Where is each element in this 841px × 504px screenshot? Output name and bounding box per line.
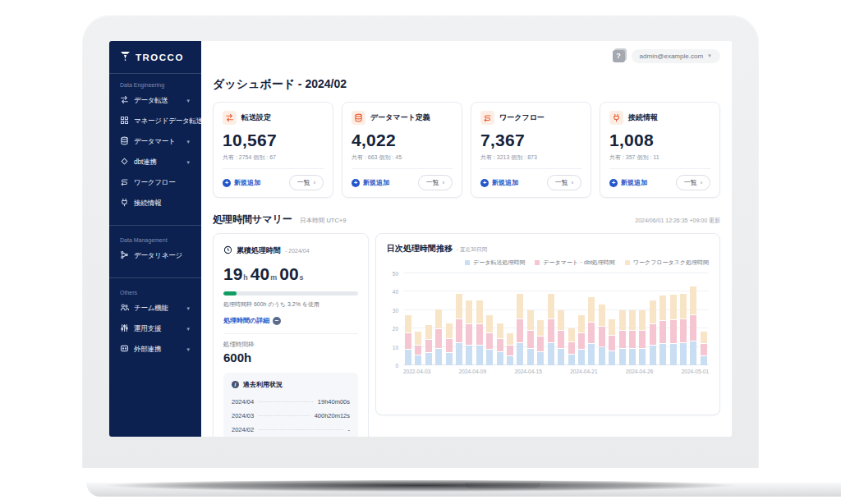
sidebar-item-label: 接続情報	[134, 199, 161, 208]
stacked-bar[interactable]	[405, 315, 411, 365]
add-new-button[interactable]: + 新規追加	[609, 178, 647, 187]
daily-chart-card: 日次処理時間推移 - 直近30日間 データ転送処理時間データマート・dbt処理時…	[375, 233, 720, 415]
summary-title: 処理時間サマリー	[213, 213, 292, 225]
account-menu[interactable]: admin@example.com ▼	[632, 49, 720, 63]
sidebar-item[interactable]: 外部連携▼	[109, 339, 201, 360]
add-new-label: 新規追加	[492, 178, 518, 187]
stacked-bar[interactable]	[415, 332, 421, 365]
list-label: 一覧	[684, 178, 697, 187]
sidebar-item[interactable]: ワークフロー	[109, 172, 201, 193]
sidebar-item[interactable]: データ転送▼	[109, 90, 201, 111]
sidebar-item-label: 外部連携	[134, 345, 161, 355]
history-row: 2024/04 19h40m00s	[232, 395, 350, 409]
stacked-bar[interactable]	[599, 305, 605, 365]
history-period: 2024/03	[232, 412, 254, 419]
stat-card: 接続情報 1,008 共有 : 357 個別 : 11 + 新規追加 一覧 ›	[600, 102, 720, 198]
add-new-button[interactable]: + 新規追加	[352, 178, 389, 187]
stacked-bar[interactable]	[680, 294, 687, 365]
datamart-icon	[120, 136, 129, 147]
x-axis-tick: 2024-04-15	[515, 369, 542, 374]
stacked-bar[interactable]	[537, 320, 544, 365]
list-button[interactable]: 一覧 ›	[418, 175, 453, 190]
stacked-bar[interactable]	[609, 319, 615, 365]
stacked-bar[interactable]	[456, 294, 462, 365]
team-icon	[120, 303, 129, 314]
sidebar-item[interactable]: dbt連携▼	[109, 152, 201, 172]
chevron-down-icon: ▼	[186, 140, 191, 144]
stacked-bar[interactable]	[588, 297, 595, 365]
chevron-right-icon: ›	[314, 180, 315, 186]
history-period: 2024/04	[232, 398, 254, 405]
list-button[interactable]: 一覧 ›	[289, 175, 324, 190]
sidebar-item[interactable]: データマート▼	[109, 131, 201, 152]
processing-time-details-link[interactable]: 処理時間の詳細 −	[223, 316, 358, 325]
sidebar-item[interactable]: 運用支援▼	[109, 318, 201, 339]
y-axis-tick: 0	[395, 363, 398, 369]
clock-icon	[223, 243, 232, 258]
workflow-icon	[120, 177, 129, 188]
stacked-bar[interactable]	[435, 309, 442, 365]
stacked-bar[interactable]	[497, 323, 503, 365]
sidebar-item-label: dbt連携	[134, 158, 157, 167]
dashboard-content: ダッシュボード - 2024/02 転送設定 10,567 共有 : 2754 …	[201, 71, 732, 437]
x-axis-tick: 2024-04-09	[459, 369, 486, 374]
stacked-bar[interactable]	[517, 294, 523, 365]
laptop-shadow	[15, 480, 826, 495]
stat-card-breakdown: 共有 : 3213 個別 : 873	[480, 153, 581, 162]
stat-card-label: データマート定義	[370, 112, 430, 123]
main-area: ? admin@example.com ▼ ダッシュボード - 2024/02 …	[201, 41, 732, 437]
sidebar-section: Data Managementデータリネージ	[109, 225, 201, 271]
add-new-button[interactable]: + 新規追加	[223, 178, 260, 187]
sidebar-item[interactable]: データリネージ	[109, 245, 201, 266]
plus-icon: +	[480, 179, 489, 187]
sidebar-item[interactable]: 接続情報	[109, 193, 201, 213]
stat-card-label: ワークフロー	[499, 112, 545, 123]
logo[interactable]: TROCCO	[109, 41, 201, 74]
stacked-bar[interactable]	[578, 315, 585, 365]
x-axis: 2022-04-032024-04-092024-04-152024-04-21…	[403, 369, 709, 374]
stacked-bar[interactable]	[446, 323, 453, 365]
help-icon[interactable]: ?	[613, 50, 625, 62]
stat-card-breakdown: 共有 : 2754 個別 : 67	[223, 153, 324, 162]
stacked-bar[interactable]	[466, 300, 472, 365]
stacked-bar[interactable]	[507, 333, 513, 365]
stat-cards-row: 転送設定 10,567 共有 : 2754 個別 : 67 + 新規追加 一覧 …	[213, 102, 720, 198]
stacked-bar[interactable]	[659, 296, 666, 365]
list-button[interactable]: 一覧 ›	[547, 175, 581, 190]
stat-card: データマート定義 4,022 共有 : 663 個別 : 45 + 新規追加 一…	[342, 102, 462, 198]
trocco-logo-icon	[120, 50, 131, 65]
stacked-bar[interactable]	[690, 286, 696, 365]
history-title: 過去利用状況	[243, 380, 283, 389]
stacked-bar[interactable]	[527, 310, 534, 365]
stacked-bar[interactable]	[425, 325, 432, 365]
managed-transfer-icon	[120, 116, 129, 126]
stacked-bar[interactable]	[619, 310, 626, 365]
sidebar-item-label: データリネージ	[134, 251, 182, 261]
list-button[interactable]: 一覧 ›	[676, 175, 710, 190]
sidebar-item[interactable]: マネージドデータ転送	[109, 111, 201, 131]
stacked-bar[interactable]	[558, 310, 564, 365]
stacked-bar[interactable]	[568, 328, 575, 365]
topbar: ? admin@example.com ▼	[201, 41, 732, 71]
add-new-label: 新規追加	[363, 178, 389, 187]
stacked-bar[interactable]	[548, 294, 554, 365]
stat-card: ワークフロー 7,367 共有 : 3213 個別 : 873 + 新規追加 一…	[471, 102, 591, 198]
add-new-label: 新規追加	[621, 178, 647, 187]
stacked-bar[interactable]	[701, 332, 707, 365]
stacked-bar[interactable]	[670, 295, 677, 365]
stacked-bar[interactable]	[639, 310, 646, 365]
sidebar-section: Othersチーム機能▼運用支援▼外部連携▼	[109, 277, 201, 364]
add-new-button[interactable]: + 新規追加	[480, 178, 518, 187]
stacked-bar[interactable]	[476, 300, 483, 365]
sidebar-section-label: Others	[120, 290, 191, 296]
stacked-bar[interactable]	[486, 315, 493, 365]
chevron-down-icon: ▼	[186, 347, 191, 352]
stacked-bar[interactable]	[650, 300, 656, 365]
stacked-bar[interactable]	[629, 310, 636, 365]
cumulative-period: - 2024/04	[285, 248, 310, 254]
sidebar-item-label: データマート	[134, 137, 176, 147]
sidebar-item[interactable]: チーム機能▼	[109, 298, 201, 318]
connection-icon	[609, 111, 623, 125]
stat-card: 転送設定 10,567 共有 : 2754 個別 : 67 + 新規追加 一覧 …	[213, 102, 333, 198]
stacked-bar-chart: 01020304050	[387, 273, 709, 365]
